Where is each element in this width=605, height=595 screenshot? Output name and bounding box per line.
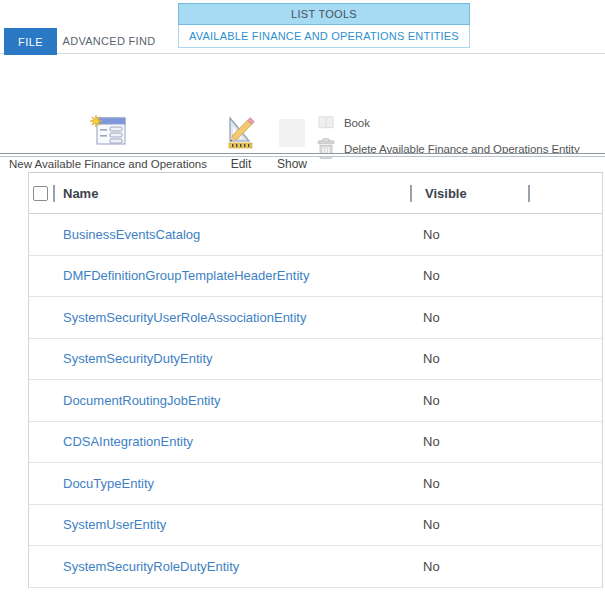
select-all-checkbox[interactable] (33, 186, 48, 201)
book-button-label: Book (344, 117, 370, 129)
table-row: SystemSecurityUserRoleAssociationEntity … (29, 297, 602, 339)
entity-name-link[interactable]: SystemSecurityDutyEntity (63, 351, 423, 366)
header-separator (53, 185, 55, 202)
advanced-find-tab-label: ADVANCED FIND (63, 35, 156, 47)
column-header-name[interactable]: Name (63, 186, 410, 201)
tab-advanced-find[interactable]: ADVANCED FIND (57, 28, 161, 54)
entity-name-link[interactable]: CDSAIntegrationEntity (63, 434, 423, 449)
new-sparkle-icon (90, 115, 102, 127)
visible-value: No (423, 434, 440, 449)
table-row: DocumentRoutingJobEntity No (29, 380, 602, 422)
book-button[interactable]: Book (318, 115, 370, 130)
new-entity-form-icon (88, 114, 128, 152)
edit-button[interactable]: Edit (218, 112, 264, 171)
visible-value: No (423, 351, 440, 366)
ribbon-bottom-border (0, 153, 605, 157)
header-separator (528, 185, 530, 202)
new-entity-button-label-line1: New Available Finance and Operations (9, 158, 207, 171)
entity-name-link[interactable]: SystemUserEntity (63, 517, 423, 532)
visible-value: No (423, 559, 440, 574)
visible-value: No (423, 476, 440, 491)
ribbon: New Available Finance and Operations Ent… (0, 55, 605, 153)
active-tab-label: AVAILABLE FINANCE AND OPERATIONS ENTITIE… (189, 30, 459, 42)
tab-available-finance-operations-entities[interactable]: AVAILABLE FINANCE AND OPERATIONS ENTITIE… (178, 25, 470, 48)
visible-value: No (423, 310, 440, 325)
table-row: SystemSecurityRoleDutyEntity No (29, 546, 602, 588)
visible-value: No (423, 268, 440, 283)
header-separator (410, 185, 412, 202)
entity-name-link[interactable]: DMFDefinitionGroupTemplateHeaderEntity (63, 268, 423, 283)
table-row: DocuTypeEntity No (29, 463, 602, 505)
table-row: CDSAIntegrationEntity No (29, 422, 602, 464)
table-row: DMFDefinitionGroupTemplateHeaderEntity N… (29, 256, 602, 298)
list-tools-label: LIST TOOLS (291, 8, 357, 20)
entity-name-link[interactable]: DocuTypeEntity (63, 476, 423, 491)
visible-value: No (423, 517, 440, 532)
show-as-icon (278, 118, 306, 148)
table-row: SystemSecurityDutyEntity No (29, 339, 602, 381)
file-tab-label: FILE (18, 36, 43, 48)
edit-pencil-icon (225, 115, 257, 151)
column-header-visible[interactable]: Visible (425, 186, 528, 201)
edit-button-label: Edit (231, 158, 252, 171)
list-tools-contextual-banner: LIST TOOLS (178, 3, 470, 25)
tab-file[interactable]: FILE (4, 28, 57, 55)
entities-grid: Name Visible BusinessEventsCatalog No DM… (28, 172, 603, 588)
visible-value: No (423, 227, 440, 242)
table-row: SystemUserEntity No (29, 505, 602, 547)
table-row: BusinessEventsCatalog No (29, 214, 602, 256)
grid-header-row: Name Visible (29, 173, 602, 214)
visible-value: No (423, 393, 440, 408)
book-icon (318, 115, 334, 130)
entity-name-link[interactable]: BusinessEventsCatalog (63, 227, 423, 242)
entity-name-link[interactable]: SystemSecurityUserRoleAssociationEntity (63, 310, 423, 325)
entity-name-link[interactable]: SystemSecurityRoleDutyEntity (63, 559, 423, 574)
entity-name-link[interactable]: DocumentRoutingJobEntity (63, 393, 423, 408)
